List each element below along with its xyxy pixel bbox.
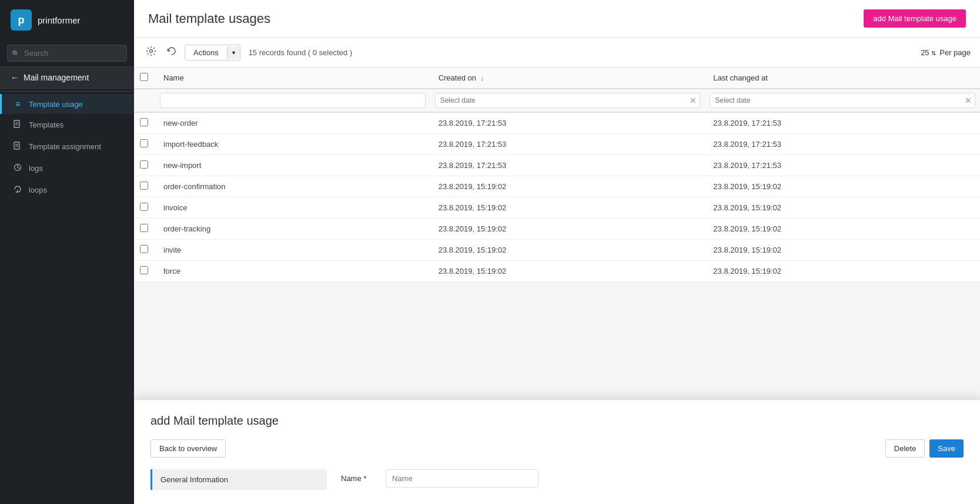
- search-wrapper: [7, 45, 127, 62]
- per-page-sort-icon: ⇅: [931, 50, 936, 56]
- svg-point-9: [150, 50, 153, 53]
- row-name: invoice: [155, 197, 430, 219]
- form-body: General Information Name *: [150, 469, 964, 490]
- assignment-icon: [12, 141, 23, 152]
- row-name: new-order: [155, 112, 430, 134]
- row-checkbox[interactable]: [140, 160, 148, 169]
- col-header-created-on[interactable]: Created on ↓: [430, 68, 705, 89]
- svg-rect-3: [14, 142, 19, 149]
- row-name: new-import: [155, 155, 430, 176]
- nav-items: ≡ Template usage Templates: [0, 94, 134, 201]
- filter-last-changed-clear-icon[interactable]: ✕: [965, 96, 972, 105]
- logs-icon: [12, 163, 23, 174]
- settings-icon-button[interactable]: [143, 43, 159, 61]
- table-row: new-order 23.8.2019, 17:21:53 23.8.2019,…: [134, 112, 980, 134]
- row-last-changed-at: 23.8.2019, 15:19:02: [705, 261, 980, 282]
- name-field-input[interactable]: [386, 469, 539, 488]
- add-mail-template-usage-form: add Mail template usage Back to overview…: [134, 399, 980, 504]
- edit-icon: [12, 119, 23, 130]
- actions-chevron-icon[interactable]: ▾: [227, 46, 240, 59]
- row-checkbox[interactable]: [140, 182, 148, 190]
- delete-button[interactable]: Delete: [885, 439, 925, 458]
- header-checkbox-cell: [134, 68, 155, 89]
- row-checkbox[interactable]: [140, 245, 148, 253]
- mail-template-usages-table: Name Created on ↓ Last changed at: [134, 68, 980, 282]
- back-to-overview-button[interactable]: Back to overview: [150, 439, 226, 458]
- row-created-on: 23.8.2019, 15:19:02: [430, 176, 705, 197]
- row-created-on: 23.8.2019, 17:21:53: [430, 112, 705, 134]
- table-header-row: Name Created on ↓ Last changed at: [134, 68, 980, 89]
- table-row: invite 23.8.2019, 15:19:02 23.8.2019, 15…: [134, 240, 980, 261]
- back-arrow-icon: ←: [11, 73, 19, 82]
- sidebar-item-template-assignment[interactable]: Template assignment: [0, 136, 134, 157]
- row-checkbox-cell: [134, 176, 155, 197]
- filter-created-on-clear-icon[interactable]: ✕: [690, 96, 697, 105]
- row-name: import-feedback: [155, 134, 430, 155]
- sidebar-logo: p printformer: [0, 0, 134, 40]
- toolbar: Actions ▾ 15 records found ( 0 selected …: [134, 38, 980, 68]
- name-field-label: Name *: [341, 474, 376, 483]
- table-filter-row: ✕ ✕: [134, 89, 980, 112]
- refresh-icon-button[interactable]: [165, 44, 179, 61]
- row-last-changed-at: 23.8.2019, 15:19:02: [705, 240, 980, 261]
- sidebar-item-loops[interactable]: loops: [0, 179, 134, 201]
- sidebar-item-templates[interactable]: Templates: [0, 114, 134, 136]
- row-last-changed-at: 23.8.2019, 17:21:53: [705, 155, 980, 176]
- table-body: new-order 23.8.2019, 17:21:53 23.8.2019,…: [134, 112, 980, 282]
- row-checkbox[interactable]: [140, 224, 148, 232]
- filter-last-changed-input[interactable]: [710, 93, 975, 108]
- per-page-value[interactable]: 25 ⇅: [921, 48, 936, 57]
- col-header-last-changed: Last changed at: [705, 68, 980, 89]
- form-section-label: General Information: [150, 469, 327, 490]
- form-title: add Mail template usage: [150, 414, 964, 428]
- svg-rect-0: [14, 120, 19, 127]
- row-checkbox[interactable]: [140, 118, 148, 126]
- search-input[interactable]: [7, 45, 127, 62]
- add-mail-template-usage-button[interactable]: add Mail template usage: [864, 9, 966, 28]
- select-all-checkbox[interactable]: [140, 73, 148, 81]
- loops-icon: [12, 184, 23, 196]
- row-checkbox-cell: [134, 112, 155, 134]
- table-row: order-tracking 23.8.2019, 15:19:02 23.8.…: [134, 219, 980, 240]
- row-checkbox-cell: [134, 134, 155, 155]
- row-checkbox[interactable]: [140, 203, 148, 211]
- divider: [0, 91, 134, 92]
- row-checkbox[interactable]: [140, 139, 148, 147]
- search-container: [0, 40, 134, 66]
- table-row: new-import 23.8.2019, 17:21:53 23.8.2019…: [134, 155, 980, 176]
- sidebar-item-logs[interactable]: logs: [0, 157, 134, 179]
- filter-last-changed-wrap: ✕: [710, 93, 975, 108]
- row-created-on: 23.8.2019, 15:19:02: [430, 219, 705, 240]
- save-button[interactable]: Save: [929, 439, 964, 458]
- main-content: Mail template usages add Mail template u…: [134, 0, 980, 504]
- sidebar-item-label: logs: [29, 164, 43, 173]
- actions-label: Actions: [185, 45, 227, 60]
- row-name: order-confirmation: [155, 176, 430, 197]
- list-icon: ≡: [12, 99, 23, 109]
- back-nav-item[interactable]: ← Mail management: [0, 66, 134, 89]
- svg-line-8: [18, 167, 19, 169]
- filter-checkbox-cell: [134, 89, 155, 112]
- logo-text: printformer: [38, 15, 81, 25]
- per-page-label: Per page: [939, 48, 971, 57]
- row-last-changed-at: 23.8.2019, 15:19:02: [705, 197, 980, 219]
- sidebar-item-label: Template assignment: [29, 142, 101, 151]
- row-checkbox-cell: [134, 155, 155, 176]
- table-row: order-confirmation 23.8.2019, 15:19:02 2…: [134, 176, 980, 197]
- filter-created-on-input[interactable]: [435, 93, 701, 108]
- sidebar-item-template-usage[interactable]: ≡ Template usage: [0, 94, 134, 114]
- filter-name-input[interactable]: [160, 93, 426, 108]
- row-created-on: 23.8.2019, 15:19:02: [430, 261, 705, 282]
- col-created-on-label: Created on: [439, 73, 476, 82]
- row-checkbox-cell: [134, 261, 155, 282]
- row-checkbox[interactable]: [140, 266, 148, 274]
- sort-desc-icon: ↓: [481, 75, 484, 82]
- top-bar: Mail template usages add Mail template u…: [134, 0, 980, 38]
- actions-dropdown[interactable]: Actions ▾: [185, 45, 240, 61]
- content-area: Name Created on ↓ Last changed at: [134, 68, 980, 504]
- col-last-changed-label: Last changed at: [713, 73, 768, 82]
- table-row: import-feedback 23.8.2019, 17:21:53 23.8…: [134, 134, 980, 155]
- row-name: invite: [155, 240, 430, 261]
- page-title: Mail template usages: [148, 11, 270, 26]
- col-header-name[interactable]: Name: [155, 68, 430, 89]
